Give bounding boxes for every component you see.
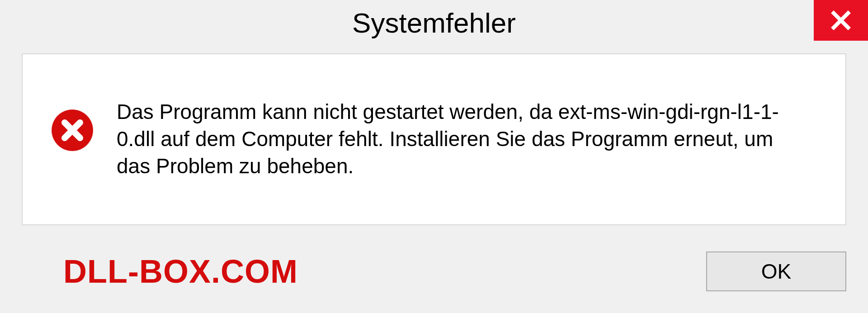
error-icon (50, 108, 95, 153)
ok-button[interactable]: OK (706, 251, 846, 291)
close-button[interactable] (814, 0, 868, 41)
content-panel: Das Programm kann nicht gestartet werden… (22, 53, 846, 225)
dialog-title: Systemfehler (352, 7, 516, 39)
titlebar: Systemfehler (0, 0, 868, 45)
error-message: Das Programm kann nicht gestartet werden… (117, 99, 786, 180)
close-icon (830, 9, 852, 31)
dialog-footer: DLL-BOX.COM OK (0, 241, 868, 313)
watermark-text: DLL-BOX.COM (63, 253, 298, 290)
